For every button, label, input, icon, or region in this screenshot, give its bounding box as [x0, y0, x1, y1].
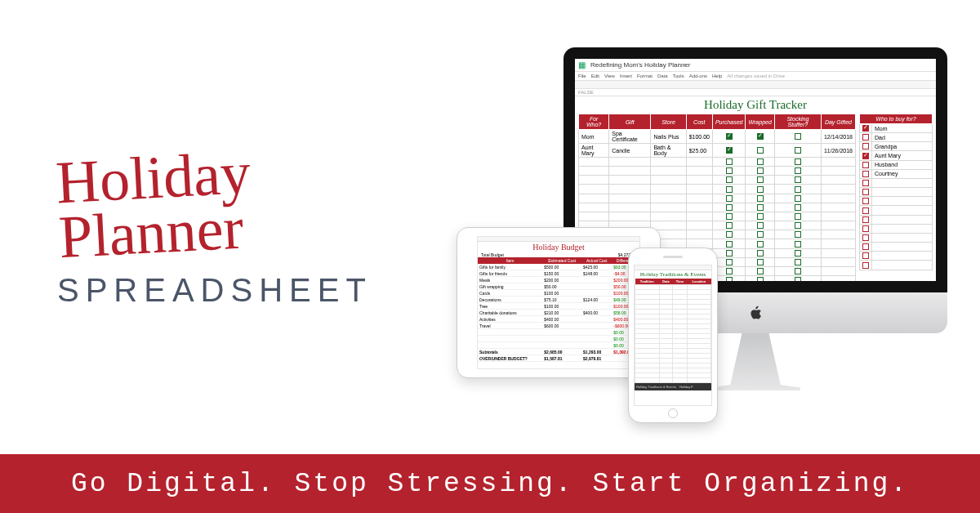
- menu-item: Format: [637, 74, 653, 78]
- device-mockups: ▦ Redefining Mom's Holiday Planner FileE…: [444, 23, 947, 431]
- menu-item: File: [578, 74, 586, 78]
- menu-item: Data: [657, 74, 668, 78]
- footer-tagline: Go Digital. Stop Stressing. Start Organi…: [0, 454, 980, 513]
- budget-total-label: Total Budget: [481, 252, 504, 257]
- phone-sheet-tabs: Holiday Traditions & Events Holiday F: [635, 383, 711, 390]
- sheets-doc-icon: ▦: [578, 60, 586, 69]
- menu-item: Add-ons: [689, 74, 707, 78]
- gift-tracker-title: Holiday Gift Tracker: [575, 96, 936, 114]
- budget-table: ItemEstimated CostActual CostDifference …: [478, 257, 639, 362]
- traditions-title: Holiday Traditions & Events: [635, 270, 711, 279]
- sheets-titlebar: ▦ Redefining Mom's Holiday Planner: [575, 59, 936, 72]
- menu-item: Help: [712, 74, 722, 78]
- menu-item: Edit: [591, 74, 599, 78]
- traditions-table: TraditionDateTimeLocation: [635, 279, 711, 383]
- apple-logo-icon: [748, 305, 763, 321]
- headline-subtitle: SPREADSHEET: [57, 272, 444, 309]
- iphone-mockup: Holiday Traditions & Events TraditionDat…: [628, 248, 718, 423]
- formula-bar: FALSE: [575, 89, 936, 96]
- buy-for-table: Who to buy for? MomDadGrandpaAunt MaryHu…: [859, 114, 933, 270]
- buy-for-title: Who to buy for?: [860, 114, 933, 124]
- sheets-menu: FileEditViewInsertFormatDataToolsAdd-ons…: [575, 72, 936, 81]
- doc-title: Redefining Mom's Holiday Planner: [590, 61, 690, 69]
- budget-title: Holiday Budget: [478, 242, 639, 252]
- iphone-home-button: [668, 408, 678, 418]
- menu-item: Tools: [673, 74, 684, 78]
- menu-item: Insert: [620, 74, 632, 78]
- menu-item: View: [604, 74, 615, 78]
- sheets-toolbar: [575, 81, 936, 89]
- headline-script: Holiday Planner: [55, 136, 447, 265]
